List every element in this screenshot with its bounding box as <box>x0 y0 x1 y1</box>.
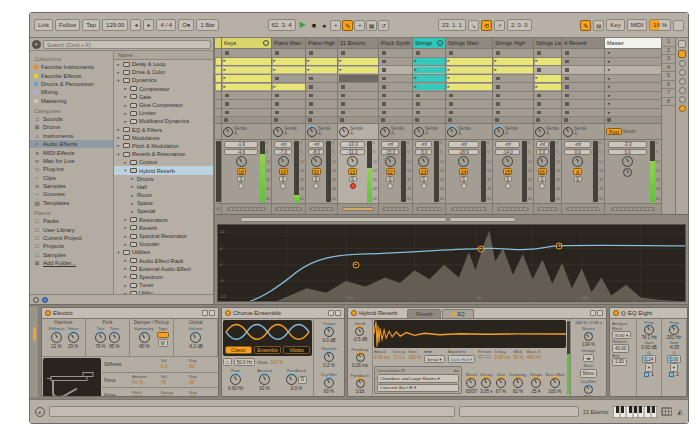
pan-knob[interactable] <box>458 156 469 167</box>
arm-record-button[interactable] <box>350 183 356 189</box>
clip-slot[interactable] <box>272 75 305 84</box>
place-item-add-folder-[interactable]: ⊞Add Folder... <box>30 259 113 267</box>
param-value[interactable]: 0.0 dB <box>322 338 335 343</box>
track-activator-button[interactable]: 26 <box>538 168 547 175</box>
tree-item-dynamics[interactable]: ▾Dynamics <box>114 76 213 84</box>
track-header-piano-main[interactable]: Piano Main <box>272 38 305 49</box>
volume-field[interactable]: 0.0 <box>564 149 591 156</box>
ir-file-select[interactable]: Concrete Bar LR ▾ <box>377 384 459 392</box>
clip[interactable]: ▸ <box>414 75 445 82</box>
rate-knob[interactable] <box>230 374 241 385</box>
chevron-right-icon[interactable]: ▸ <box>123 258 128 263</box>
pan-knob[interactable] <box>278 156 289 167</box>
clip-slot[interactable]: ▸ <box>222 83 271 92</box>
clip-stop-button[interactable] <box>275 77 279 81</box>
loop-length-field[interactable]: 2. 0. 0 <box>507 19 532 31</box>
notification-icon[interactable]: ◭ <box>678 408 683 416</box>
amount-knob[interactable] <box>259 374 270 385</box>
tree-item-drive-color[interactable]: ▸Drive & Color <box>114 68 213 76</box>
play-button[interactable]: ▶ <box>298 20 308 30</box>
clip[interactable]: ▸ <box>273 67 305 74</box>
clip-slot[interactable]: ▸ <box>338 58 378 67</box>
volume-field[interactable]: -15.0 <box>381 149 399 156</box>
overdub-button-0[interactable]: + <box>330 20 341 31</box>
clip-slot[interactable] <box>493 75 533 84</box>
clip[interactable]: ▸ <box>273 84 305 91</box>
clip-stop-button[interactable] <box>496 111 500 115</box>
tap-tempo-button[interactable]: Tap <box>82 19 100 31</box>
param-select[interactable]: Serial ▾ <box>424 355 445 363</box>
tree-item-external-audio-effect[interactable]: ▸External Audio Effect <box>114 265 213 273</box>
hybrid-tab-eq[interactable]: EQ <box>442 309 473 318</box>
clip-stop-button[interactable] <box>382 60 386 64</box>
draw-mode-button[interactable]: ✎ <box>580 20 591 31</box>
scene-play-icon[interactable]: ▸ <box>608 110 610 115</box>
chevron-right-icon[interactable]: ▸ <box>123 242 128 247</box>
q-value[interactable]: 1.00 <box>667 355 682 363</box>
clip-stop-button[interactable] <box>225 102 229 106</box>
chevron-right-icon[interactable]: ▸ <box>116 127 121 132</box>
clip-slot[interactable] <box>413 100 445 109</box>
nudge-up-button[interactable]: ▸ <box>143 19 154 31</box>
clip-slot[interactable] <box>534 92 561 101</box>
collection-item-favorite-effects[interactable]: Favorite Effects <box>30 71 113 79</box>
electric-power-toggle[interactable] <box>45 310 51 316</box>
stop-all-clips-button[interactable] <box>495 118 499 122</box>
clip-stop-button[interactable] <box>449 94 453 98</box>
show-hide-performance-button[interactable] <box>679 105 686 112</box>
band-1-freq-knob[interactable] <box>644 325 654 335</box>
clip-slot[interactable] <box>493 109 533 118</box>
stop-all-clips-button[interactable] <box>340 118 344 122</box>
key-map-button[interactable]: Key <box>606 19 624 31</box>
stop-all-clips-button[interactable] <box>381 118 385 122</box>
chevron-right-icon[interactable]: ▸ <box>123 160 128 165</box>
browser-logo-icon[interactable]: ◐ <box>32 40 41 49</box>
clip[interactable]: ▸ <box>223 58 271 65</box>
block-select[interactable]: 8192 ▾ <box>612 331 631 339</box>
param-value[interactable]: 17.0 s <box>393 355 405 360</box>
follow-button[interactable]: Follow <box>55 19 80 31</box>
post-toggle[interactable]: Post <box>606 128 622 135</box>
chorus-power-toggle[interactable] <box>225 310 231 316</box>
track-header-sliver[interactable] <box>215 38 221 49</box>
chevron-right-icon[interactable]: ▸ <box>123 225 128 230</box>
info-icon[interactable] <box>33 297 39 303</box>
clip-slot[interactable]: ▸ <box>222 58 271 67</box>
sidebar-item-grooves[interactable]: ~Grooves <box>30 190 113 198</box>
chevron-down-icon[interactable]: ▾ <box>123 168 128 173</box>
mini-piano-keyboard[interactable] <box>613 406 657 418</box>
solo-button[interactable]: S <box>574 176 582 182</box>
freeze-button[interactable] <box>478 355 484 358</box>
tree-item-compressor[interactable]: ▸Compressor <box>114 85 213 93</box>
clip-stop-button[interactable] <box>496 77 500 81</box>
place-item-current-project[interactable]: □Current Project <box>30 234 113 242</box>
scene-launch-slot[interactable]: ▸ <box>605 83 661 92</box>
clip-slot[interactable] <box>215 100 221 109</box>
clip-stop-button[interactable] <box>275 111 279 115</box>
clip-stop-button[interactable] <box>496 94 500 98</box>
scene-play-icon[interactable]: ▸ <box>608 50 610 55</box>
param-value[interactable]: 21 % <box>51 344 61 349</box>
clip-stop-button[interactable] <box>565 60 569 64</box>
clip-stop-button[interactable] <box>496 102 500 106</box>
track-activator-button[interactable]: 21 <box>348 168 357 175</box>
sidebar-item-sounds[interactable]: ♫Sounds <box>30 115 113 123</box>
clip-slot[interactable] <box>338 49 378 58</box>
clip-slot[interactable]: ▸ <box>306 66 337 75</box>
tree-item-drums[interactable]: ▸Drums <box>114 175 213 183</box>
tree-item-hall[interactable]: ▸Hall <box>114 183 213 191</box>
computer-midi-keyboard-button[interactable]: ▤ <box>593 20 604 31</box>
clip-stop-button[interactable] <box>309 85 313 89</box>
track-header-strings-high[interactable]: Strings High <box>493 38 533 49</box>
chevron-right-icon[interactable]: ▸ <box>123 234 128 239</box>
hybrid-tab-reverb[interactable]: Reverb <box>407 309 441 318</box>
crossfade-assign[interactable] <box>379 204 412 214</box>
group-fold-icon[interactable]: ◦ <box>263 40 269 46</box>
matrix-cell-value[interactable]: 50 <box>189 364 218 369</box>
solo-button[interactable]: S <box>312 176 320 182</box>
overdub-button-3[interactable]: ▦ <box>366 20 377 31</box>
collection-item-mixing[interactable]: Mixing <box>30 88 113 96</box>
overdub-button-2[interactable]: + <box>354 20 365 31</box>
sidebar-item-audio-effects[interactable]: ≈Audio Effects <box>30 140 113 148</box>
clip-stop-button[interactable] <box>565 51 569 55</box>
